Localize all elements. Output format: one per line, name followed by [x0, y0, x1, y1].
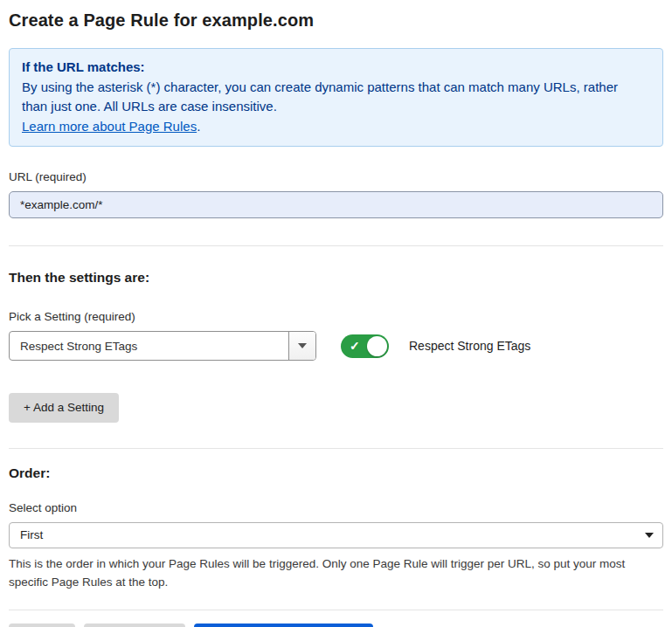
order-select-value: First: [20, 528, 43, 541]
cancel-button[interactable]: Cancel: [9, 624, 75, 627]
etags-toggle[interactable]: ✓: [341, 334, 389, 358]
order-section-heading: Order:: [9, 465, 663, 481]
divider: [9, 245, 663, 246]
toggle-knob: [367, 336, 387, 356]
setting-select-value: Respect Strong ETags: [10, 340, 288, 353]
url-match-info-box: If the URL matches: By using the asteris…: [9, 48, 663, 147]
page-title: Create a Page Rule for example.com: [9, 10, 663, 31]
setting-select-arrow-button[interactable]: [288, 332, 315, 360]
info-box-body: By using the asterisk (*) character, you…: [22, 78, 639, 117]
chevron-down-icon: [645, 533, 654, 538]
setting-row: Respect Strong ETags ✓ Respect Strong ET…: [9, 331, 663, 361]
add-setting-button[interactable]: + Add a Setting: [9, 393, 119, 423]
pick-setting-label: Pick a Setting (required): [9, 310, 663, 323]
divider: [9, 610, 663, 610]
order-select-label: Select option: [9, 501, 663, 514]
divider: [9, 448, 663, 449]
save-draft-button[interactable]: Save as Draft: [84, 624, 185, 627]
etags-toggle-label: Respect Strong ETags: [409, 339, 530, 353]
info-link-row: Learn more about Page Rules.: [22, 117, 650, 137]
create-page-rule-form: Create a Page Rule for example.com If th…: [9, 10, 663, 627]
setting-select[interactable]: Respect Strong ETags: [9, 331, 316, 361]
footer-actions: Cancel Save as Draft Save and Deploy Pag…: [9, 624, 663, 627]
etags-toggle-group: ✓ Respect Strong ETags: [341, 334, 530, 358]
order-select[interactable]: First: [9, 522, 663, 548]
link-period: .: [197, 119, 200, 134]
save-deploy-button[interactable]: Save and Deploy Page Rule: [194, 624, 374, 627]
url-field-label: URL (required): [9, 170, 663, 183]
learn-more-link[interactable]: Learn more about Page Rules: [22, 119, 197, 134]
url-input[interactable]: [9, 191, 663, 218]
info-box-heading: If the URL matches:: [22, 58, 650, 78]
settings-section-heading: Then the settings are:: [9, 270, 663, 286]
chevron-down-icon: [298, 343, 307, 348]
check-icon: ✓: [350, 338, 360, 354]
order-help-text: This is the order in which your Page Rul…: [9, 555, 655, 591]
